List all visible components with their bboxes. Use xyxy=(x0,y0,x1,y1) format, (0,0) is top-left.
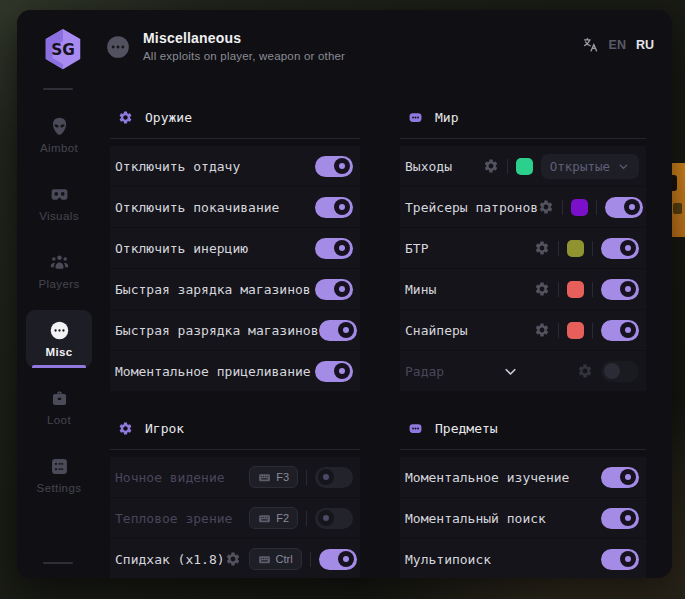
color-swatch[interactable] xyxy=(571,199,588,216)
row-settings-gear-icon[interactable] xyxy=(225,551,241,567)
section-divider xyxy=(110,449,360,450)
toggle-switch[interactable] xyxy=(315,361,353,382)
sidebar-item-visuals[interactable]: Visuals xyxy=(26,174,92,232)
dropdown[interactable]: Открытые xyxy=(541,154,639,179)
sidebar-item-misc[interactable]: Misc xyxy=(26,310,92,368)
toggle-switch[interactable] xyxy=(315,467,353,488)
feature-label: Мультипоиск xyxy=(405,552,491,567)
keybind-badge[interactable]: F2 xyxy=(249,507,298,529)
keybind-label: F3 xyxy=(276,471,289,483)
toggle-switch[interactable] xyxy=(315,156,353,177)
background-game-scene xyxy=(671,163,685,237)
sidebar-divider xyxy=(43,88,73,90)
feature-row: Ночное видениеF3 xyxy=(110,457,360,497)
feature-label: Быстрая разрядка магазинов xyxy=(115,323,319,338)
color-swatch[interactable] xyxy=(567,281,584,298)
sidebar-item-players[interactable]: Players xyxy=(26,242,92,300)
row-controls xyxy=(315,361,353,382)
feature-label: Отключить инерцию xyxy=(115,241,248,256)
color-swatch[interactable] xyxy=(567,240,584,257)
row-settings-gear-icon[interactable] xyxy=(577,363,593,379)
sidebar-item-settings[interactable]: Settings xyxy=(26,446,92,504)
sidebar-item-label: Visuals xyxy=(39,210,79,222)
toggle-switch[interactable] xyxy=(315,238,353,259)
toggle-switch[interactable] xyxy=(601,508,639,529)
feature-row: Тепловое зрениеF2 xyxy=(110,498,360,538)
feature-row: Спидхак (x1.8)Ctrl xyxy=(110,539,360,578)
toggle-switch[interactable] xyxy=(315,508,353,529)
toggle-switch[interactable] xyxy=(605,197,643,218)
briefcase-icon xyxy=(49,388,70,409)
keybind-label: Ctrl xyxy=(276,553,293,565)
keybind-badge[interactable]: Ctrl xyxy=(249,548,302,570)
feature-label: Снайперы xyxy=(405,323,468,338)
toggle-switch[interactable] xyxy=(601,361,639,382)
feature-row: ВыходыОткрытые xyxy=(400,146,646,186)
sidebar-item-loot[interactable]: Loot xyxy=(26,378,92,436)
feature-row: Отключить покачивание xyxy=(110,187,360,227)
color-swatch[interactable] xyxy=(567,322,584,339)
toggle-switch[interactable] xyxy=(319,549,357,570)
feature-label: Трейсеры патронов xyxy=(405,200,538,215)
row-controls xyxy=(601,549,639,570)
control-separator xyxy=(306,511,307,526)
row-settings-gear-icon[interactable] xyxy=(534,240,550,256)
alien-icon xyxy=(49,116,70,137)
toggle-switch[interactable] xyxy=(601,467,639,488)
row-settings-gear-icon[interactable] xyxy=(538,199,554,215)
toggle-knob xyxy=(334,281,350,297)
row-controls xyxy=(315,238,353,259)
toggle-switch[interactable] xyxy=(601,238,639,259)
toggle-switch[interactable] xyxy=(319,320,357,341)
keybind-badge[interactable]: F3 xyxy=(249,466,298,488)
feature-row: Быстрая разрядка магазинов xyxy=(110,310,360,350)
svg-text:SG: SG xyxy=(51,41,75,59)
toggle-knob xyxy=(620,469,636,485)
section: ИгрокНочное видениеF3Тепловое зрениеF2Сп… xyxy=(110,413,360,578)
row-settings-gear-icon[interactable] xyxy=(483,158,499,174)
toggle-knob xyxy=(620,281,636,297)
toggle-knob xyxy=(338,322,354,338)
feature-row: Отключить инерцию xyxy=(110,228,360,268)
feature-label: Быстрая зарядка магазинов xyxy=(115,282,311,297)
background-sign-mark xyxy=(673,203,682,214)
app-logo-cube-icon: SG xyxy=(40,26,86,72)
feature-label: Отключить покачивание xyxy=(115,200,279,215)
cheat-menu-window: SG AimbotVisualsPlayersMiscLootSettings … xyxy=(17,10,672,578)
toggle-knob xyxy=(334,363,350,379)
toggle-switch[interactable] xyxy=(601,320,639,341)
settings-list-icon xyxy=(49,456,70,477)
section-chip-icon xyxy=(408,110,423,125)
toggle-switch[interactable] xyxy=(601,549,639,570)
feature-row: Снайперы xyxy=(400,310,646,350)
toggle-switch[interactable] xyxy=(315,279,353,300)
feature-row: Трейсеры патронов xyxy=(400,187,646,227)
control-separator xyxy=(562,200,563,215)
row-settings-gear-icon[interactable] xyxy=(534,322,550,338)
toggle-knob xyxy=(620,240,636,256)
row-controls xyxy=(315,197,353,218)
feature-row: Моментальное изучение xyxy=(400,457,646,497)
ellipsis-circle-icon xyxy=(49,320,70,341)
row-settings-gear-icon[interactable] xyxy=(534,281,550,297)
control-separator xyxy=(558,282,559,297)
row-controls xyxy=(534,279,639,300)
feature-row: Мультипоиск xyxy=(400,539,646,578)
toggle-switch[interactable] xyxy=(315,197,353,218)
sidebar-divider xyxy=(43,562,73,564)
toggle-knob xyxy=(620,322,636,338)
sidebar-item-label: Aimbot xyxy=(40,142,78,154)
control-separator xyxy=(310,552,311,567)
feature-label: Спидхак (x1.8) xyxy=(115,552,225,567)
control-separator xyxy=(596,200,597,215)
sidebar-item-aimbot[interactable]: Aimbot xyxy=(26,106,92,164)
toggle-knob xyxy=(318,510,334,526)
section: МирВыходыОткрытыеТрейсеры патроновБТРМин… xyxy=(400,102,646,392)
feature-row: Моментальное прицеливание xyxy=(110,351,360,391)
section-title: Оружие xyxy=(145,110,192,125)
color-swatch[interactable] xyxy=(516,158,533,175)
expand-chevron-icon[interactable] xyxy=(502,363,519,380)
feature-row: Мины xyxy=(400,269,646,309)
toggle-switch[interactable] xyxy=(601,279,639,300)
feature-label: Моментальное изучение xyxy=(405,470,569,485)
